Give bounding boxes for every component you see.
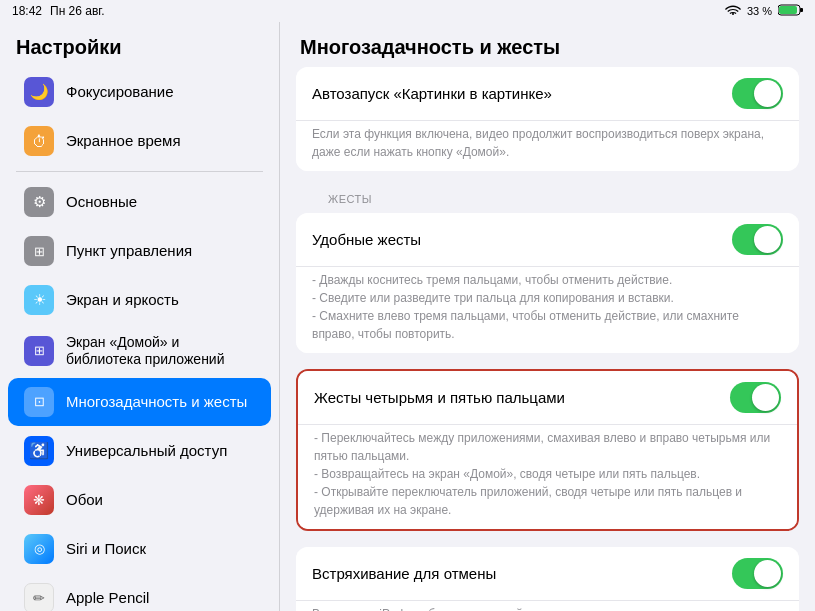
sidebar-item-general[interactable]: ⚙ Основные [8, 178, 271, 226]
content-title: Многозадачность и жесты [280, 22, 815, 67]
status-time: 18:42 [12, 4, 42, 18]
shake-label: Встряхивание для отмены [312, 565, 732, 582]
focus-label: Фокусирование [66, 83, 174, 101]
wifi-icon [725, 4, 741, 18]
fourfive-desc: - Переключайтесь между приложениями, сма… [298, 425, 797, 529]
siri-label: Siri и Поиск [66, 540, 146, 558]
sidebar-item-multitasking[interactable]: ⊡ Многозадачность и жесты [8, 378, 271, 426]
sidebar-item-accessibility[interactable]: ♿ Универсальный доступ [8, 427, 271, 475]
sidebar-item-wallpaper[interactable]: ❋ Обои [8, 476, 271, 524]
sidebar-title: Настройки [0, 22, 279, 67]
pencil-icon: ✏ [24, 583, 54, 611]
toggle-thumb-2 [754, 226, 781, 253]
wallpaper-label: Обои [66, 491, 103, 509]
homescreen-label: Экран «Домой» и библиотека приложений [66, 334, 255, 368]
status-bar: 18:42 Пн 26 авг. 33 % [0, 0, 815, 22]
accessibility-icon: ♿ [24, 436, 54, 466]
pencil-label: Apple Pencil [66, 589, 149, 607]
focus-icon: 🌙 [24, 77, 54, 107]
toggle-thumb-4 [754, 560, 781, 587]
fourfingers-toggle[interactable] [730, 382, 781, 413]
toggle-thumb [754, 80, 781, 107]
display-icon: ☀ [24, 285, 54, 315]
toggle-thumb-3 [752, 384, 779, 411]
section-gestures: ЖЕСТЫ [296, 187, 799, 213]
sidebar-item-display[interactable]: ☀ Экран и яркость [8, 276, 271, 324]
wallpaper-icon: ❋ [24, 485, 54, 515]
fourfingers-label: Жесты четырьмя и пятью пальцами [314, 389, 730, 406]
row-convenient: Удобные жесты [296, 213, 799, 267]
svg-rect-2 [779, 6, 797, 14]
multitasking-icon: ⊡ [24, 387, 54, 417]
screentime-label: Экранное время [66, 132, 181, 150]
row-shake: Встряхивание для отмены [296, 547, 799, 601]
shake-toggle[interactable] [732, 558, 783, 589]
sidebar-item-pencil[interactable]: ✏ Apple Pencil [8, 574, 271, 611]
section-convenient: Удобные жесты - Дважды коснитесь тремя п… [296, 213, 799, 353]
content-panel: Многозадачность и жесты Автозапуск «Карт… [280, 22, 815, 611]
gestures-label: ЖЕСТЫ [312, 187, 783, 209]
controlcenter-label: Пункт управления [66, 242, 192, 260]
convenient-toggle[interactable] [732, 224, 783, 255]
status-left: 18:42 Пн 26 авг. [12, 4, 105, 18]
svg-rect-1 [800, 8, 803, 12]
general-label: Основные [66, 193, 137, 211]
divider-1 [16, 171, 263, 172]
autopip-label: Автозапуск «Картинки в картинке» [312, 85, 732, 102]
multitasking-label: Многозадачность и жесты [66, 393, 247, 411]
section-shake: Встряхивание для отмены Встряхните iPad,… [296, 547, 799, 611]
screentime-icon: ⏱ [24, 126, 54, 156]
section-fourfive: Жесты четырьмя и пятью пальцами - Перекл… [296, 369, 799, 531]
status-day: Пн 26 авг. [50, 4, 105, 18]
row-autopip: Автозапуск «Картинки в картинке» [296, 67, 799, 121]
homescreen-icon: ⊞ [24, 336, 54, 366]
accessibility-label: Универсальный доступ [66, 442, 227, 460]
sidebar-item-homescreen[interactable]: ⊞ Экран «Домой» и библиотека приложений [8, 325, 271, 377]
controlcenter-icon: ⊞ [24, 236, 54, 266]
battery-icon [778, 4, 803, 18]
app-container: Настройки 🌙 Фокусирование ⏱ Экранное вре… [0, 22, 815, 611]
battery-percent: 33 % [747, 5, 772, 17]
status-right: 33 % [725, 4, 803, 18]
convenient-label: Удобные жесты [312, 231, 732, 248]
autopip-toggle[interactable] [732, 78, 783, 109]
general-icon: ⚙ [24, 187, 54, 217]
shake-footer: Встряхните iPad, чтобы отменить действие… [296, 601, 799, 611]
sidebar: Настройки 🌙 Фокусирование ⏱ Экранное вре… [0, 22, 280, 611]
sidebar-item-controlcenter[interactable]: ⊞ Пункт управления [8, 227, 271, 275]
pip-footer: Если эта функция включена, видео продолж… [296, 121, 799, 171]
row-fourfingers: Жесты четырьмя и пятью пальцами [298, 371, 797, 425]
siri-icon: ◎ [24, 534, 54, 564]
sidebar-item-siri[interactable]: ◎ Siri и Поиск [8, 525, 271, 573]
sidebar-item-screentime[interactable]: ⏱ Экранное время [8, 117, 271, 165]
section-pip: Автозапуск «Картинки в картинке» Если эт… [296, 67, 799, 171]
display-label: Экран и яркость [66, 291, 179, 309]
convenient-desc: - Дважды коснитесь тремя пальцами, чтобы… [296, 267, 799, 353]
sidebar-item-focus[interactable]: 🌙 Фокусирование [8, 68, 271, 116]
